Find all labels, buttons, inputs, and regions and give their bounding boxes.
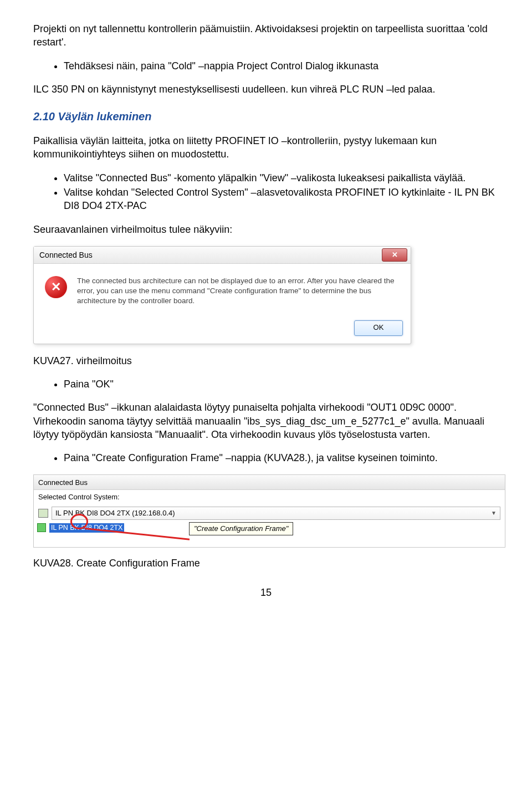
module-icon: [37, 523, 46, 532]
panel-title: Connected Bus: [34, 475, 505, 490]
list-item: Paina "Create Configuration Frame" –napp…: [64, 451, 499, 464]
figure-caption: KUVA28. Create Configuration Frame: [33, 556, 499, 570]
bullet-list: Paina "OK": [33, 377, 499, 391]
list-item: Tehdäksesi näin, paina "Cold" –nappia Pr…: [64, 59, 499, 73]
control-system-dropdown[interactable]: IL PN BK DI8 DO4 2TX (192.168.0.4) ▼: [52, 507, 500, 520]
connected-bus-panel: Connected Bus Selected Control System: I…: [33, 474, 505, 548]
paragraph: Paikallisia väylän laitteita, jotka on l…: [33, 134, 499, 161]
bullet-list: Valitse "Connected Bus" -komento yläpalk…: [33, 171, 499, 213]
ok-button[interactable]: OK: [354, 320, 403, 336]
paragraph: Seuraavanlainen virheilmoitus tulee näky…: [33, 223, 499, 236]
figure-caption: KUVA27. virheilmoitus: [33, 354, 499, 367]
dialog-title-text: Connected Bus: [39, 250, 93, 260]
dialog-message: The connected bus architecture can not b…: [77, 276, 400, 307]
tooltip: "Create Configuration Frame": [189, 522, 293, 535]
error-dialog: Connected Bus ✕ ✕ The connected bus arch…: [33, 246, 411, 344]
dialog-titlebar: Connected Bus ✕: [34, 247, 411, 264]
paragraph: ILC 350 PN on käynnistynyt menestykselli…: [33, 83, 499, 96]
bullet-list: Paina "Create Configuration Frame" –napp…: [33, 451, 499, 464]
device-icon: [38, 509, 48, 518]
page-number: 15: [33, 586, 499, 599]
section-heading: 2.10 Väylän lukeminen: [33, 109, 499, 124]
paragraph: Projekti on nyt tallennettu kontrollerin…: [33, 22, 499, 49]
chevron-down-icon: ▼: [491, 509, 497, 517]
list-item: Valitse "Connected Bus" -komento yläpalk…: [64, 171, 499, 185]
paragraph: "Connected Bus" –ikkunan alalaidasta löy…: [33, 401, 499, 441]
list-item: Valitse kohdan "Selected Control System"…: [64, 186, 499, 213]
selected-system-label: Selected Control System:: [38, 492, 120, 502]
close-button[interactable]: ✕: [382, 248, 407, 262]
bullet-list: Tehdäksesi näin, paina "Cold" –nappia Pr…: [33, 59, 499, 73]
error-icon: ✕: [45, 276, 67, 298]
list-item: Paina "OK": [64, 377, 499, 391]
close-icon: ✕: [392, 250, 398, 260]
